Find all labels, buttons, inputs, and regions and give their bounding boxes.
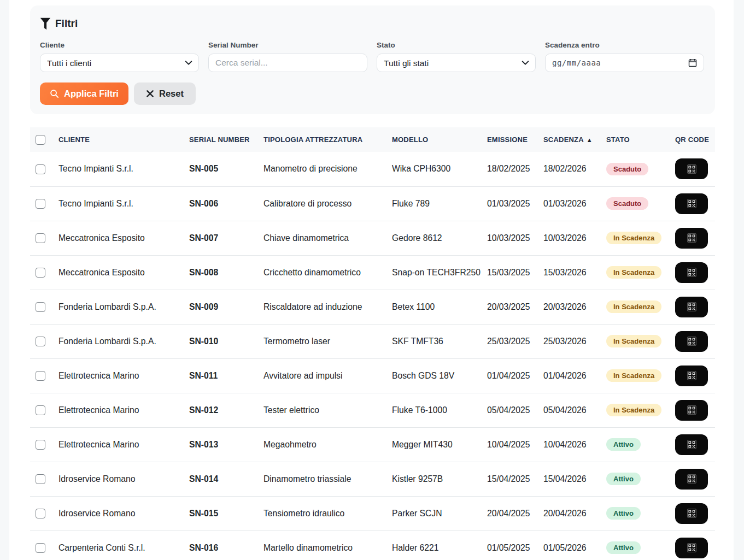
column-header-scadenza[interactable]: SCADENZA▲ — [538, 127, 601, 152]
qr-code-button[interactable] — [675, 469, 708, 490]
cell-tipologia: Tester elettrico — [258, 393, 386, 427]
cell-serial: SN-009 — [184, 290, 258, 324]
table-row: Idroservice RomanoSN-015Tensiometro idra… — [30, 496, 715, 530]
column-header-cliente[interactable]: CLIENTE — [53, 127, 184, 152]
cell-scadenza: 25/03/2026 — [538, 324, 601, 358]
cell-scadenza: 15/03/2026 — [538, 255, 601, 290]
status-filter-select[interactable]: Tutti gli stati — [377, 54, 536, 72]
cell-tipologia: Termometro laser — [258, 324, 386, 358]
cell-modello: Snap-on TECH3FR250 — [386, 255, 482, 290]
qr-code-button[interactable] — [675, 434, 708, 455]
status-badge: In Scadenza — [606, 232, 661, 244]
cell-modello: SKF TMFT36 — [386, 324, 482, 358]
serial-search-input[interactable] — [208, 54, 367, 72]
cell-cliente: Elettrotecnica Marino — [53, 393, 184, 427]
qr-code-button[interactable] — [675, 366, 708, 386]
apply-filters-button[interactable]: Applica Filtri — [40, 82, 128, 105]
cell-tipologia: Martello dinamometrico — [258, 530, 386, 560]
cell-scadenza: 15/04/2026 — [538, 462, 601, 496]
row-checkbox[interactable] — [36, 440, 45, 450]
cell-modello: Wika CPH6300 — [386, 152, 482, 186]
cell-serial: SN-013 — [184, 427, 258, 462]
cell-scadenza: 01/03/2026 — [538, 186, 601, 221]
cell-serial: SN-014 — [184, 462, 258, 496]
column-header-tipologia-attrezzatura[interactable]: TIPOLOGIA ATTREZZATURA — [258, 127, 386, 152]
row-checkbox[interactable] — [36, 164, 45, 174]
cell-cliente: Elettrotecnica Marino — [53, 358, 184, 393]
qr-code-icon — [687, 164, 696, 174]
table-row: Tecno Impianti S.r.l.SN-006Calibratore d… — [30, 186, 715, 221]
cell-tipologia: Megaohmetro — [258, 427, 386, 462]
table-row: Idroservice RomanoSN-014Dinamometro tria… — [30, 462, 715, 496]
column-header-stato[interactable]: STATO — [601, 127, 670, 152]
qr-code-button[interactable] — [675, 400, 708, 421]
cell-tipologia: Calibratore di processo — [258, 186, 386, 221]
row-checkbox[interactable] — [36, 371, 45, 381]
qr-code-button[interactable] — [675, 297, 708, 317]
table-row: Fonderia Lombardi S.p.A.SN-009Riscaldato… — [30, 290, 715, 324]
row-checkbox[interactable] — [36, 474, 45, 484]
cell-modello: Megger MIT430 — [386, 427, 482, 462]
cell-emissione: 05/04/2025 — [482, 393, 538, 427]
cell-modello: Kistler 9257B — [386, 462, 482, 496]
row-checkbox[interactable] — [36, 337, 45, 346]
qr-code-button[interactable] — [675, 538, 708, 558]
filter-icon — [40, 17, 51, 30]
qr-code-button[interactable] — [675, 331, 708, 352]
client-filter-select[interactable]: Tutti i clienti — [40, 54, 199, 72]
status-badge: In Scadenza — [606, 335, 661, 347]
status-badge: Attivo — [606, 473, 641, 485]
cell-tipologia: Manometro di precisione — [258, 152, 386, 186]
cell-scadenza: 05/04/2026 — [538, 393, 601, 427]
qr-code-button[interactable] — [675, 228, 708, 249]
cell-cliente: Carpenteria Conti S.r.l. — [53, 530, 184, 560]
column-header-emissione[interactable]: EMISSIONE — [482, 127, 538, 152]
cell-cliente: Tecno Impianti S.r.l. — [53, 152, 184, 186]
due-date-filter-label: Scadenza entro — [545, 41, 704, 49]
status-badge: In Scadenza — [606, 266, 661, 279]
row-checkbox[interactable] — [36, 199, 45, 209]
cell-cliente: Meccatronica Esposito — [53, 255, 184, 290]
row-checkbox[interactable] — [36, 268, 45, 278]
table-row: Elettrotecnica MarinoSN-013MegaohmetroMe… — [30, 427, 715, 462]
client-filter-label: Cliente — [40, 41, 199, 49]
cell-scadenza: 18/02/2026 — [538, 152, 601, 186]
qr-code-button[interactable] — [675, 262, 708, 283]
cell-modello: Gedore 8612 — [386, 221, 482, 255]
status-badge: Attivo — [606, 507, 641, 520]
cell-serial: SN-005 — [184, 152, 258, 186]
column-header-modello[interactable]: MODELLO — [386, 127, 482, 152]
reset-filters-button[interactable]: Reset — [134, 82, 196, 105]
qr-code-icon — [687, 474, 696, 484]
cell-scadenza: 01/05/2026 — [538, 530, 601, 560]
cell-scadenza: 10/03/2026 — [538, 221, 601, 255]
row-checkbox[interactable] — [36, 405, 45, 415]
table-row: Elettrotecnica MarinoSN-011Avvitatore ad… — [30, 358, 715, 393]
cell-emissione: 01/04/2025 — [482, 358, 538, 393]
cell-serial: SN-016 — [184, 530, 258, 560]
table-row: Meccatronica EspositoSN-007Chiave dinamo… — [30, 221, 715, 255]
qr-code-icon — [687, 199, 696, 208]
due-date-input[interactable]: gg/mm/aaaa — [545, 54, 704, 72]
equipment-table: CLIENTESERIAL NUMBERTIPOLOGIA ATTREZZATU… — [30, 127, 715, 560]
row-checkbox[interactable] — [36, 302, 45, 312]
row-checkbox[interactable] — [36, 233, 45, 243]
cell-emissione: 18/02/2025 — [482, 152, 538, 186]
cell-serial: SN-015 — [184, 496, 258, 530]
qr-code-button[interactable] — [675, 503, 708, 524]
table-row: Fonderia Lombardi S.p.A.SN-010Termometro… — [30, 324, 715, 358]
row-checkbox[interactable] — [36, 509, 45, 518]
calendar-icon[interactable] — [688, 58, 697, 67]
row-checkbox[interactable] — [36, 543, 45, 553]
cell-serial: SN-010 — [184, 324, 258, 358]
qr-code-button[interactable] — [675, 158, 708, 179]
cell-scadenza: 20/04/2026 — [538, 496, 601, 530]
select-all-checkbox[interactable] — [36, 135, 45, 145]
qr-code-button[interactable] — [675, 193, 708, 214]
column-header-serial-number[interactable]: SERIAL NUMBER — [184, 127, 258, 152]
cell-emissione: 01/05/2025 — [482, 530, 538, 560]
column-header-qr-code[interactable]: QR CODE — [670, 127, 715, 152]
cell-serial: SN-006 — [184, 186, 258, 221]
qr-code-icon — [687, 371, 696, 380]
filters-title: Filtri — [55, 17, 78, 30]
